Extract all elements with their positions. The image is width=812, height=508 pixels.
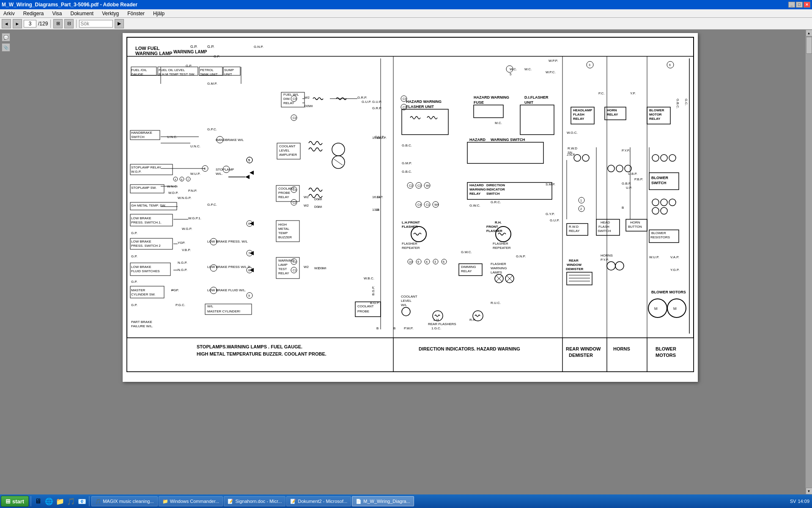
svg-text:FUEL /OIL: FUEL /OIL [131,68,147,72]
outlook-icon[interactable]: 📧 [77,496,87,506]
svg-text:P.W.P.: P.W.P. [404,326,413,330]
svg-text:RELAY: RELAY [278,195,289,199]
svg-text:AMPLIFIER: AMPLIFIER [279,153,297,157]
svg-text:HANDBRAKE: HANDBRAKE [131,131,152,135]
next-page-button[interactable]: ► [13,19,22,28]
title-bar-controls: _ □ ✕ [788,2,810,8]
svg-text:FLASHER: FLASHER [486,229,502,233]
svg-text:G.N.P.: G.N.P. [254,45,263,49]
svg-text:C3: C3 [293,188,296,191]
fit-page-button[interactable]: ⊞ [53,19,63,28]
svg-text:R.U.C.: R.U.C. [491,301,501,305]
toolbar-separator [50,19,51,28]
pdf-area[interactable]: ▲ ▼ [0,30,812,494]
svg-text:WARNING LAMP: WARNING LAMP [135,51,172,56]
svg-text:B: B [393,326,395,330]
taskbar-app-signahorn[interactable]: 📝 Signahorn.doc - Micr... [224,496,285,506]
scroll-down-button[interactable]: ▼ [806,488,812,494]
vertical-scrollbar[interactable]: ▲ ▼ [805,30,812,494]
page-number-input[interactable] [24,20,36,28]
svg-text:10: 10 [409,260,412,263]
magix-app-label: MAGIX music cleaning... [103,499,154,504]
svg-text:L.H.FRONT: L.H.FRONT [402,221,420,224]
svg-text:N.G.P.: N.G.P. [178,268,187,272]
annotation-icon[interactable]: 💬 [2,33,10,41]
svg-text:8: 8 [248,269,250,272]
menu-visa[interactable]: Visa [50,10,63,17]
svg-text:6: 6 [248,222,250,225]
svg-text:G.P.C.: G.P.C. [207,203,217,207]
show-desktop-icon[interactable]: 🖥 [33,496,43,506]
svg-text:5: 5 [248,159,250,162]
svg-text:G.B.C.: G.B.C. [676,99,680,109]
dokument2-app-label: Dokument2 - Microsof... [298,499,347,504]
svg-text:Y.P.: Y.P. [630,91,636,95]
svg-text:LOW BRAKE: LOW BRAKE [131,265,151,269]
scroll-up-button[interactable]: ▲ [806,30,812,36]
svg-text:MOTORS: MOTORS [656,353,676,358]
svg-text:C2: C2 [293,116,296,119]
svg-text:BLOWER: BLOWER [656,346,676,351]
svg-text:P.B.P.: P.B.P. [634,177,643,181]
close-button[interactable]: ✕ [804,2,810,8]
svg-text:W2: W2 [304,204,309,207]
start-label: start [12,498,24,505]
start-button[interactable]: ⊞ start [1,496,29,507]
svg-text:W/L.: W/L. [216,172,222,176]
menu-fonster[interactable]: Fönster [126,10,146,17]
svg-text:M: M [673,306,677,311]
svg-text:W4: W4 [434,203,439,206]
svg-text:G.B.P.: G.B.P. [622,182,631,185]
svg-text:G.N.P.: G.N.P. [516,254,526,258]
svg-text:HAZARD: HAZARD [469,183,484,187]
svg-text:W.C.: W.C. [524,67,532,71]
menu-redigera[interactable]: Redigera [22,10,46,17]
svg-text:W.B.C.: W.B.C. [364,276,374,280]
svg-text:U.B.P.: U.B.P. [628,172,637,176]
ie-icon[interactable]: 🌐 [44,496,54,506]
svg-text:WARNING: WARNING [491,266,507,270]
fit-width-button[interactable]: ⊟ [64,19,74,28]
svg-text:HORNS: HORNS [613,346,630,351]
svg-text:LOW FUEL: LOW FUEL [135,46,160,51]
minimize-button[interactable]: _ [788,2,795,8]
attachment-icon[interactable]: 📎 [2,43,10,52]
svg-text:PROBE: PROBE [278,191,290,195]
dokument2-app-icon: 📝 [290,499,296,504]
taskbar-app-dokument2[interactable]: 📝 Dokument2 - Microsof... [286,496,351,506]
svg-text:C2: C2 [293,260,296,263]
search-button[interactable]: ▶ [115,19,124,28]
svg-text:MASTER CYLINDER!: MASTER CYLINDER! [207,309,240,313]
maximize-button[interactable]: □ [796,2,803,8]
svg-text:G.W.C.: G.W.C. [461,250,472,254]
taskbar-app-wiring[interactable]: 📄 M_W_Wiring_Diagra... [352,496,414,506]
search-input[interactable] [79,20,113,28]
menu-arkiv[interactable]: Arkiv [2,10,16,17]
svg-text:BUZZER: BUZZER [278,235,292,239]
menu-dokument[interactable]: Dokument [69,10,96,17]
svg-text:REPEATER: REPEATER [493,246,511,250]
menu-verktyg[interactable]: Verktyg [100,10,121,17]
title-bar: M_W_Wiring_Diagrams_Part_3-5096.pdf - Ad… [0,0,812,9]
taskbar-app-magix[interactable]: 🎵 MAGIX music cleaning... [91,496,157,506]
svg-text:HEADLAMP: HEADLAMP [573,108,593,112]
svg-text:COOLANT: COOLANT [357,304,374,308]
media-icon[interactable]: 🎵 [66,496,76,506]
svg-text:WARNING SWITCH: WARNING SWITCH [491,138,525,142]
svg-text:TEMP: TEMP [278,231,288,235]
svg-text:G.C.: G.C. [684,99,688,105]
svg-text:W.U.P.: W.U.P. [649,255,659,259]
wiring-app-icon: 📄 [356,499,362,504]
svg-text:Wi: Wi [318,205,322,209]
folder-icon[interactable]: 📁 [55,496,65,506]
scroll-thumb[interactable] [806,37,812,54]
menu-hjalp[interactable]: Hjälp [151,10,166,17]
toolbar-separator-2 [76,19,77,28]
taskbar-app-wcommander[interactable]: 📁 Windows Commander... [159,496,223,506]
svg-text:5: 5 [510,72,512,76]
svg-text:STOPLAMPS.WARNING LAMPS . FUEL: STOPLAMPS.WARNING LAMPS . FUEL GAUGE. [197,344,302,349]
prev-page-button[interactable]: ◄ [2,19,11,28]
svg-text:GAUGE: GAUGE [131,72,143,76]
svg-text:BLOWER: BLOWER [649,108,664,112]
svg-text:G.U.P.: G.U.P. [550,218,560,222]
